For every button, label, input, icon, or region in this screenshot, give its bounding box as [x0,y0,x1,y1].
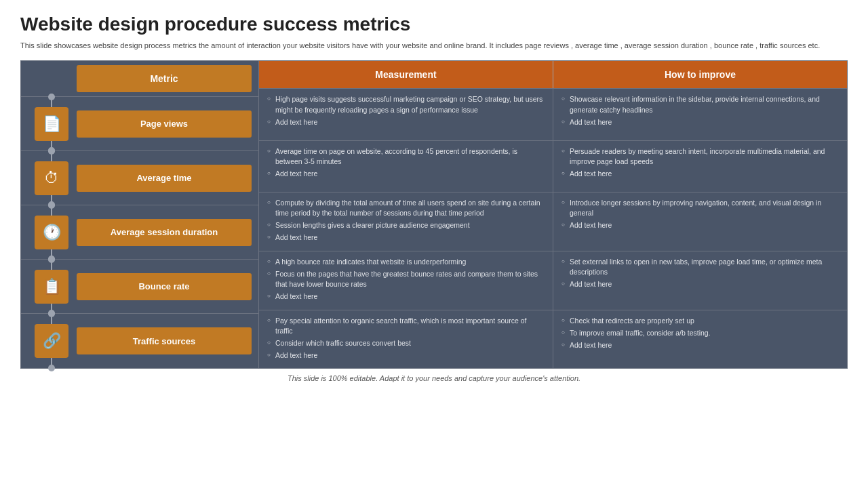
table-row-average-session-duration: Compute by dividing the total amount of … [259,192,847,251]
metric-label-traffic-sources: Traffic sources [77,327,252,354]
list-item: Add text here [561,340,839,350]
list-item: Add text here [561,117,839,127]
metric-icon-page-views: 📄 [35,107,68,141]
slide-title: Website design procedure success metrics [20,14,848,35]
list-item: Add text here [267,232,545,243]
list-item: Introduce longer sessions by improving n… [561,198,839,218]
how-cell-traffic-sources: Check that redirects are properly set up… [553,310,847,369]
table-row-page-views: High page visits suggests successful mar… [259,88,847,140]
metric-header: Metric [77,65,252,92]
list-item: Add text here [267,350,545,361]
content-area: Metric 📄Page views⏱Average time🕐Average … [20,60,848,369]
how-cell-page-views: Showcase relevant information in the sid… [553,89,847,140]
metric-icon-average-session-duration: 🕐 [35,216,68,249]
slide-subtitle: This slide showcases website design proc… [20,41,834,51]
metric-row-average-time: ⏱Average time [21,151,258,205]
metric-label-average-time: Average time [77,165,252,192]
how-cell-bounce-rate: Set external links to open in new tabs, … [553,251,847,310]
metric-icon-average-time: ⏱ [35,161,68,195]
measurement-header: Measurement [259,61,553,88]
right-table: Measurement How to improve High page vis… [258,61,847,368]
list-item: Check that redirects are properly set up [561,316,839,326]
list-item: Average time on page on website, accordi… [267,146,545,167]
list-item: Add text here [267,117,545,127]
list-item: Add text here [561,169,839,179]
how-cell-average-time: Persuade readers by meeting search inten… [553,141,847,192]
list-item: Persuade readers by meeting search inten… [561,146,839,167]
how-cell-average-session-duration: Introduce longer sessions by improving n… [553,192,847,251]
metric-label-average-session-duration: Average session duration [77,219,252,246]
list-item: Add text here [267,169,545,179]
measurement-cell-traffic-sources: Pay special attention to organic search … [259,310,553,369]
metric-rows-container: 📄Page views⏱Average time🕐Average session… [21,97,258,368]
list-item: To improve email traffic, consider a/b t… [561,328,839,338]
list-item: Focus on the pages that have the greates… [267,269,545,289]
table-row-bounce-rate: A high bounce rate indicates that websit… [259,251,847,310]
footer-text: This slide is 100% editable. Adapt it to… [20,374,848,382]
table-row-traffic-sources: Pay special attention to organic search … [259,310,847,369]
table-row-average-time: Average time on page on website, accordi… [259,140,847,192]
list-item: Compute by dividing the total amount of … [267,198,545,218]
measurement-cell-bounce-rate: A high bounce rate indicates that websit… [259,251,553,310]
metric-icon-bounce-rate: 📋 [35,270,68,304]
list-item: Session lengths gives a clearer picture … [267,220,545,230]
metric-label-page-views: Page views [77,110,252,138]
list-item: Pay special attention to organic search … [267,316,545,336]
list-item: Set external links to open in new tabs, … [561,257,839,277]
measurement-cell-average-time: Average time on page on website, accordi… [259,141,553,192]
metric-row-page-views: 📄Page views [21,97,258,151]
table-header: Measurement How to improve [259,61,847,88]
measurement-cell-average-session-duration: Compute by dividing the total amount of … [259,192,553,251]
list-item: Add text here [561,279,839,289]
slide: Website design procedure success metrics… [0,0,868,488]
table-body: High page visits suggests successful mar… [259,88,847,368]
list-item: Showcase relevant information in the sid… [561,94,839,115]
sidebar-rows: 📄Page views⏱Average time🕐Average session… [21,97,258,368]
metric-label-bounce-rate: Bounce rate [77,273,252,300]
metric-row-bounce-rate: 📋Bounce rate [21,260,258,314]
metric-row-traffic-sources: 🔗Traffic sources [21,314,258,368]
left-sidebar: Metric 📄Page views⏱Average time🕐Average … [21,61,258,368]
list-item: High page visits suggests successful mar… [267,94,545,115]
list-item: A high bounce rate indicates that websit… [267,257,545,267]
how-to-improve-header: How to improve [553,61,847,88]
measurement-cell-page-views: High page visits suggests successful mar… [259,89,553,140]
list-item: Consider which traffic sources convert b… [267,338,545,348]
metric-icon-traffic-sources: 🔗 [35,324,68,358]
list-item: Add text here [561,220,839,230]
metric-row-average-session-duration: 🕐Average session duration [21,205,258,260]
list-item: Add text here [267,291,545,302]
